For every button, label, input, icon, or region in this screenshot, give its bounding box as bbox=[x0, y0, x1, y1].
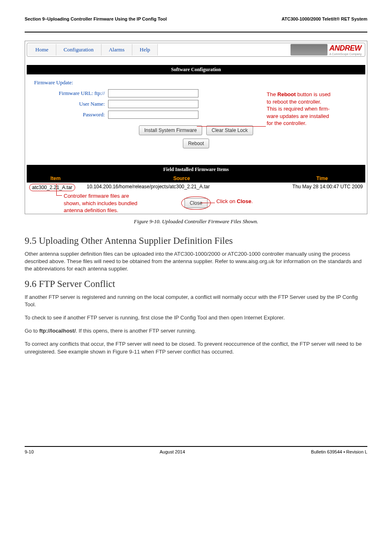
close-annotation: Click on Close. bbox=[216, 198, 253, 204]
section-9-6-p2: To check to see if another FTP server is… bbox=[25, 314, 367, 321]
header-right: ATC300-1000/2000 Teletilt® RET System bbox=[281, 16, 367, 21]
software-config-bar: Software Configuration bbox=[27, 65, 365, 74]
section-9-6-p3: Go to ftp://localhost/. If this opens, t… bbox=[25, 327, 367, 335]
section-9-6-heading: 9.6 FTP Server Conflict bbox=[25, 279, 367, 289]
tab-configuration[interactable]: Configuration bbox=[56, 44, 101, 56]
fw-source: 10.104.200.16/home/release/projects/atc3… bbox=[84, 183, 279, 192]
footer-page: 9-10 bbox=[25, 449, 34, 454]
figure-caption: Figure 9-10. Uploaded Controller Firmwar… bbox=[25, 218, 367, 225]
section-9-6-p1: If another FTP server is registered and … bbox=[25, 294, 367, 308]
footer-date: August 2014 bbox=[160, 449, 185, 454]
close-button[interactable]: Close bbox=[184, 198, 208, 208]
app-window: Home Configuration Alarms Help ANDREW A … bbox=[25, 41, 367, 214]
password-input[interactable] bbox=[108, 111, 198, 119]
password-label: Password: bbox=[34, 111, 108, 118]
user-name-input[interactable] bbox=[108, 100, 198, 108]
reboot-annotation: The Reboot button is used to reboot the … bbox=[267, 91, 361, 127]
tab-help[interactable]: Help bbox=[132, 44, 158, 56]
brand-area: ANDREW A CommScope Company bbox=[291, 44, 364, 56]
software-config-form: Firmware Update: Firmware URL: ftp:// Us… bbox=[27, 74, 365, 157]
clear-stale-lock-button[interactable]: Clear Stale Lock bbox=[206, 125, 253, 135]
firmware-url-input[interactable] bbox=[108, 89, 198, 97]
section-9-5-body: Other antenna supplier definition files … bbox=[25, 250, 367, 273]
col-time: Time bbox=[279, 174, 365, 183]
brand-subtext: A CommScope Company bbox=[329, 53, 362, 56]
fw-item-highlight: atc300_2.21_A.tar bbox=[29, 184, 75, 191]
header-left: Section 9–Uploading Controller Firmware … bbox=[25, 16, 167, 21]
firmware-url-label: Firmware URL: ftp:// bbox=[34, 90, 108, 97]
firmware-update-heading: Firmware Update: bbox=[34, 79, 358, 86]
tab-alarms[interactable]: Alarms bbox=[101, 44, 132, 56]
col-source: Source bbox=[84, 174, 279, 183]
reboot-button[interactable]: Reboot bbox=[183, 139, 210, 148]
field-firmware-bar: Field Installed Firmware Items bbox=[27, 165, 365, 174]
tab-home[interactable]: Home bbox=[28, 44, 56, 56]
close-row: Controller firmware files are shown, whi… bbox=[27, 192, 365, 212]
section-9-6-p4: To correct any conflicts that occur, the… bbox=[25, 340, 367, 355]
tab-bar: Home Configuration Alarms Help ANDREW A … bbox=[27, 43, 365, 57]
install-firmware-button[interactable]: Install System Firmware bbox=[139, 125, 202, 135]
header-rule bbox=[25, 32, 367, 32]
fw-table-row: atc300_2.21_A.tar 10.104.200.16/home/rel… bbox=[27, 183, 365, 192]
user-name-label: User Name: bbox=[34, 101, 108, 107]
fw-table-header: Item Source Time bbox=[27, 174, 365, 183]
section-9-5-heading: 9.5 Uploading Other Antenna Supplier Def… bbox=[25, 236, 367, 246]
col-item: Item bbox=[27, 174, 84, 183]
firmware-files-annotation: Controller firmware files are shown, whi… bbox=[64, 192, 171, 214]
footer-bulletin: Bulletin 639544 • Revision L bbox=[311, 449, 367, 454]
brand-logo-text: ANDREW bbox=[329, 44, 362, 53]
fw-time: Thu May 28 14:00:47 UTC 2009 bbox=[279, 183, 365, 192]
close-leader-line bbox=[201, 203, 215, 203]
brand-photo bbox=[291, 44, 327, 56]
